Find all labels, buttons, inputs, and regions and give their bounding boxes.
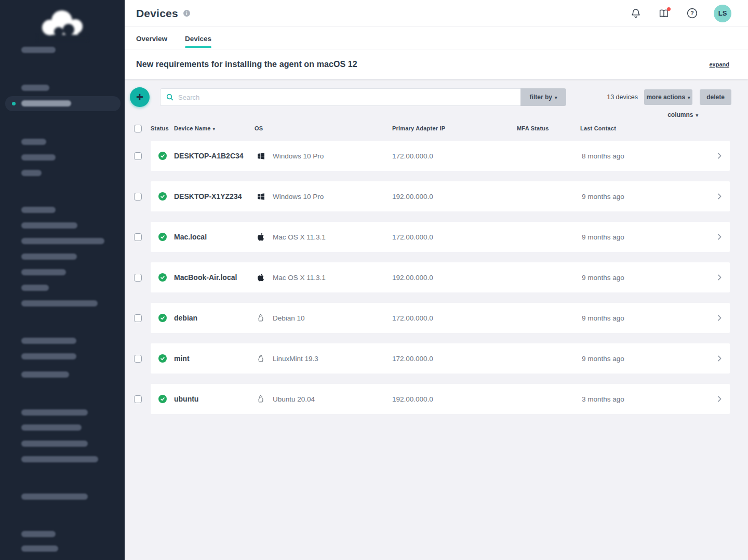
device-row-card[interactable]: mint LinuxMint 19.3 172.00.000.0 9 month… [151, 343, 730, 374]
banner-expand-link[interactable]: expand [709, 61, 729, 68]
sidebar-item-placeholder[interactable] [21, 494, 88, 500]
delete-button[interactable]: delete [700, 89, 731, 105]
device-row-card[interactable]: DESKTOP-A1B2C34 Windows 10 Pro 172.00.00… [151, 141, 730, 171]
device-name: DESKTOP-X1YZ234 [174, 192, 255, 201]
col-mfa-status[interactable]: MFA Status [517, 125, 580, 131]
table-row: ubuntu Ubuntu 20.04 192.00.000.0 3 month… [125, 384, 748, 414]
primary-adapter-ip: 192.00.000.0 [392, 274, 517, 282]
status-ok-icon [158, 354, 167, 363]
row-checkbox[interactable] [134, 314, 142, 322]
sidebar-item-placeholder[interactable] [21, 285, 49, 291]
notifications-bell-icon[interactable] [630, 7, 642, 20]
sidebar-item-placeholder[interactable] [21, 85, 49, 91]
last-contact: 9 months ago [580, 193, 709, 201]
more-actions-button[interactable]: more actions▾ [644, 89, 692, 105]
tab-bar: Overview Devices [125, 27, 748, 49]
status-cell [151, 192, 174, 201]
add-device-button[interactable]: + [130, 87, 150, 107]
device-row-card[interactable]: debian Debian 10 172.00.000.0 9 months a… [151, 303, 730, 333]
col-status[interactable]: Status [151, 125, 174, 131]
table-header-columns: Status Device Name▾ OS Primary Adapter I… [151, 125, 730, 131]
sidebar-item-active[interactable] [5, 96, 121, 111]
row-chevron-right-icon[interactable] [709, 192, 730, 201]
row-chevron-right-icon[interactable] [709, 354, 730, 363]
device-row-card[interactable]: MacBook-Air.local Mac OS X 11.3.1 192.00… [151, 262, 730, 292]
linux-tux-icon [256, 313, 265, 323]
sidebar-item-placeholder[interactable] [21, 254, 77, 260]
caret-down-icon: ▾ [555, 95, 557, 100]
topbar: Devices i [125, 0, 748, 27]
sidebar-item-placeholder[interactable] [21, 371, 69, 378]
os-name: Mac OS X 11.3.1 [273, 274, 326, 282]
table-row: Mac.local Mac OS X 11.3.1 172.00.000.0 9… [125, 222, 748, 252]
device-row-card[interactable]: Mac.local Mac OS X 11.3.1 172.00.000.0 9… [151, 222, 730, 252]
status-ok-icon [158, 152, 167, 160]
sidebar-item-placeholder[interactable] [21, 353, 76, 359]
row-chevron-right-icon[interactable] [709, 314, 730, 322]
linux-tux-icon [256, 394, 265, 404]
devices-toolbar: + filter by▾ 13 devices more action [130, 87, 731, 107]
primary-adapter-ip: 172.00.000.0 [392, 355, 517, 363]
sidebar-item-label-placeholder [21, 100, 71, 106]
toolbar-right: 13 devices more actions▾ delete [607, 89, 731, 105]
primary-adapter-ip: 172.00.000.0 [392, 233, 517, 241]
col-last-contact[interactable]: Last Contact [580, 125, 709, 131]
caret-down-icon: ▾ [688, 95, 690, 100]
tab-overview[interactable]: Overview [136, 35, 167, 49]
tab-devices[interactable]: Devices [185, 35, 211, 49]
row-checkbox[interactable] [134, 395, 142, 403]
row-checkbox[interactable] [134, 355, 142, 363]
filter-by-button[interactable]: filter by▾ [520, 88, 566, 106]
row-chevron-right-icon[interactable] [709, 152, 730, 160]
sidebar-item-placeholder[interactable] [21, 545, 58, 552]
row-chevron-right-icon[interactable] [709, 273, 730, 282]
sidebar-item-placeholder[interactable] [21, 139, 46, 145]
sidebar-item-placeholder[interactable] [21, 456, 98, 462]
sidebar-item-placeholder[interactable] [21, 154, 56, 161]
row-checkbox[interactable] [134, 274, 142, 282]
primary-adapter-ip: 192.00.000.0 [392, 193, 517, 201]
row-checkbox[interactable] [134, 193, 142, 201]
knowledge-base-book-icon[interactable] [658, 7, 670, 20]
columns-selector[interactable]: columns▾ [667, 111, 698, 118]
page-title: Devices [136, 7, 178, 20]
sidebar-item-placeholder[interactable] [21, 269, 66, 275]
linux-tux-icon [256, 354, 265, 363]
sidebar-item-placeholder[interactable] [21, 300, 98, 306]
row-chevron-right-icon[interactable] [709, 233, 730, 241]
notification-red-dot [667, 7, 671, 11]
sidebar-item-placeholder[interactable] [21, 207, 56, 213]
sidebar-item-placeholder[interactable] [21, 47, 56, 53]
banner-message: New requirements for installing the agen… [136, 60, 357, 69]
search-input[interactable] [178, 94, 515, 101]
row-checkbox[interactable] [134, 233, 142, 241]
sidebar-item-placeholder[interactable] [21, 441, 88, 447]
device-name: mint [174, 354, 255, 363]
device-row-card[interactable]: DESKTOP-X1YZ234 Windows 10 Pro 192.00.00… [151, 181, 730, 211]
sidebar-item-placeholder[interactable] [21, 531, 56, 537]
sidebar-item-placeholder[interactable] [21, 424, 82, 431]
col-primary-adapter-ip[interactable]: Primary Adapter IP [392, 125, 517, 131]
info-icon[interactable]: i [183, 10, 190, 17]
col-os[interactable]: OS [255, 125, 392, 131]
device-count: 13 devices [607, 94, 638, 101]
help-icon[interactable]: ? [686, 7, 698, 20]
select-all-checkbox[interactable] [134, 125, 142, 132]
os-cell: Mac OS X 11.3.1 [255, 273, 392, 282]
apple-icon [256, 273, 265, 282]
row-chevron-right-icon[interactable] [709, 395, 730, 403]
col-device-name[interactable]: Device Name▾ [174, 125, 255, 131]
sidebar-item-placeholder[interactable] [21, 409, 88, 416]
sidebar-item-placeholder[interactable] [21, 338, 76, 344]
row-checkbox[interactable] [134, 152, 142, 160]
device-row-card[interactable]: ubuntu Ubuntu 20.04 192.00.000.0 3 month… [151, 384, 730, 414]
os-name: Ubuntu 20.04 [273, 395, 315, 403]
sidebar-item-placeholder[interactable] [21, 170, 42, 176]
sidebar-item-placeholder[interactable] [21, 238, 104, 244]
os-cell: Debian 10 [255, 313, 392, 323]
sidebar-item-placeholder[interactable] [21, 222, 77, 229]
last-contact: 8 months ago [580, 152, 709, 160]
status-ok-icon [158, 395, 167, 403]
os-cell: Mac OS X 11.3.1 [255, 232, 392, 242]
user-avatar[interactable]: LS [714, 5, 731, 22]
